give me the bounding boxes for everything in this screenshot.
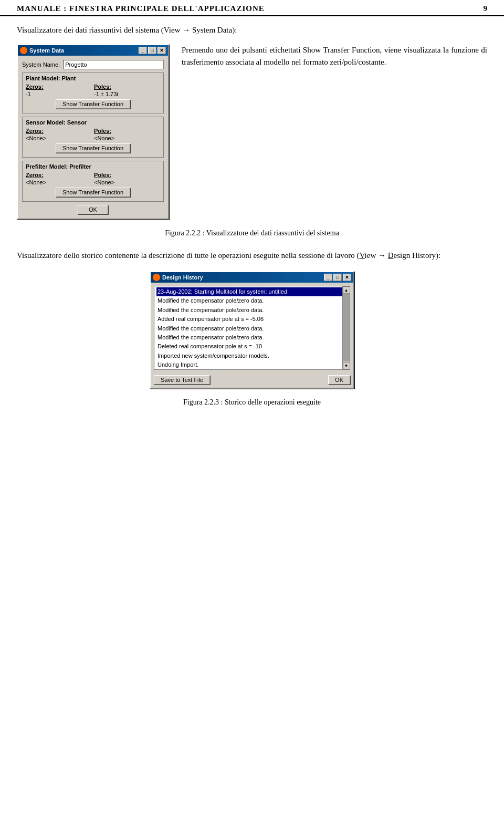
dh-list-item[interactable]: Modified the compensator pole/zero data. [156,324,348,333]
close-button[interactable]: ✕ [158,47,166,54]
dh-close-button[interactable]: ✕ [343,274,351,281]
plant-poles-header: Poles: [94,84,160,90]
dialog-icon [20,47,27,54]
system-name-row: System Name: [22,60,164,69]
dh-scroll-up[interactable]: ▲ [343,286,350,294]
save-to-text-file-button[interactable]: Save to Text File [154,375,210,385]
plant-zeros-value: -1 [26,91,92,97]
dh-restore-button[interactable]: □ [333,274,342,281]
dh-list-item[interactable]: Imported new system/compensator models. [156,351,348,360]
system-data-ok-button[interactable]: OK [78,205,108,214]
dh-dialog-title: Design History [162,274,203,281]
sensor-zeros-header: Zeros: [26,128,92,134]
section2-center: Design History _ □ ✕ 23-Aug-2002: Starti… [17,271,487,389]
dh-list-inner: 23-Aug-2002: Starting Multitool for syst… [154,286,350,370]
sensor-headers: Zeros: Poles: <None> <None> [26,128,160,141]
prefilter-poles-header: Poles: [94,172,160,178]
dh-bottom-row: Save to Text File OK [151,373,353,388]
dh-scroll-thumb[interactable] [343,294,350,361]
header-title: Manuale : Finestra principale dell'appli… [17,4,265,13]
titlebar-left: System Data [20,47,64,54]
system-name-label: System Name: [22,61,60,68]
dh-minimize-button[interactable]: _ [324,274,332,281]
dh-list-item[interactable]: Modified the compensator pole/zero data. [156,296,348,305]
plant-poles-value: -1 ± 1.73i [94,91,160,97]
dh-list[interactable]: 23-Aug-2002: Starting Multitool for syst… [154,286,350,370]
prefilter-model-section: Prefilter Model: Prefilter Zeros: Poles:… [22,161,164,202]
dialog-title: System Data [29,47,64,54]
design-history-dialog: Design History _ □ ✕ 23-Aug-2002: Starti… [150,271,354,389]
plant-model-title: Plant Model: Plant [26,75,160,81]
dh-scroll-down[interactable]: ▼ [343,362,350,369]
sensor-zeros-value: <None> [26,135,92,141]
design-history-label: D [388,251,394,260]
figure-2-2-3-caption: Figura 2.2.3 : Storico delle operazioni … [17,398,487,407]
view-label-2: V [360,251,365,260]
side-text-content: Premendo uno dei pulsanti etichettati Sh… [182,46,487,66]
dialog-ok-row: OK [22,205,164,214]
figure-2-2-2-caption: Figura 2.2.2 : Visualizzatore dei dati r… [17,229,487,237]
dialog-body: System Name: Plant Model: Plant Zeros: P… [18,56,168,219]
system-data-titlebar: System Data _ □ ✕ [18,45,168,56]
dh-list-item[interactable]: Modified the compensator pole/zero data. [156,333,348,342]
section2-text1: Visualizzatore dello storico contenente … [17,251,440,260]
prefilter-show-transfer-btn[interactable]: Show Transfer Function [56,188,130,197]
dh-ok-button[interactable]: OK [328,375,350,385]
plant-headers: Zeros: Poles: -1 -1 ± 1.73i [26,84,160,97]
dh-list-item[interactable]: 23-Aug-2002: Starting Multitool for syst… [156,287,348,296]
dh-titlebar-left: Design History [153,274,203,281]
titlebar-controls[interactable]: _ □ ✕ [139,47,166,54]
minimize-button[interactable]: _ [139,47,147,54]
dh-titlebar-controls[interactable]: _ □ ✕ [324,274,351,281]
section1-side-text: Premendo uno dei pulsanti etichettati Sh… [182,44,487,68]
section1-row: System Data _ □ ✕ System Name: Plant Mo [17,44,487,220]
sensor-poles-value: <None> [94,135,160,141]
prefilter-zeros-value: <None> [26,179,92,185]
section1-intro: Visualizzatore dei dati riassuntivi del … [17,26,487,35]
dh-titlebar: Design History _ □ ✕ [151,272,353,283]
system-data-dialog: System Data _ □ ✕ System Name: Plant Mo [17,44,169,220]
sensor-model-section: Sensor Model: Sensor Zeros: Poles: <None… [22,117,164,158]
prefilter-zeros-header: Zeros: [26,172,92,178]
system-name-input[interactable] [63,60,164,69]
sensor-model-title: Sensor Model: Sensor [26,119,160,126]
section2-intro: Visualizzatore dello storico contenente … [17,249,487,262]
dh-list-item[interactable]: Undoing Import. [156,360,348,369]
plant-model-section: Plant Model: Plant Zeros: Poles: -1 -1 ±… [22,72,164,113]
prefilter-headers: Zeros: Poles: <None> <None> [26,172,160,185]
dh-dialog-icon [153,274,160,281]
page-number: 9 [484,4,488,13]
dh-list-item[interactable]: Deleted real compensator pole at s = -10 [156,342,348,351]
plant-zeros-header: Zeros: [26,84,92,90]
prefilter-model-title: Prefilter Model: Prefilter [26,163,160,170]
intro-text-main: Visualizzatore dei dati riassuntivi del … [17,26,237,34]
dh-list-item[interactable]: Modified the compensator pole/zero data. [156,306,348,315]
prefilter-poles-value: <None> [94,179,160,185]
restore-button[interactable]: □ [148,47,156,54]
dh-scrollbar[interactable]: ▲ ▼ [342,286,350,369]
plant-show-transfer-btn[interactable]: Show Transfer Function [56,99,130,109]
sensor-poles-header: Poles: [94,128,160,134]
dh-list-item[interactable]: Added real compensator pole at s = -5.06 [156,315,348,324]
sensor-show-transfer-btn[interactable]: Show Transfer Function [56,143,130,153]
page-header: Manuale : Finestra principale dell'appli… [0,0,504,16]
